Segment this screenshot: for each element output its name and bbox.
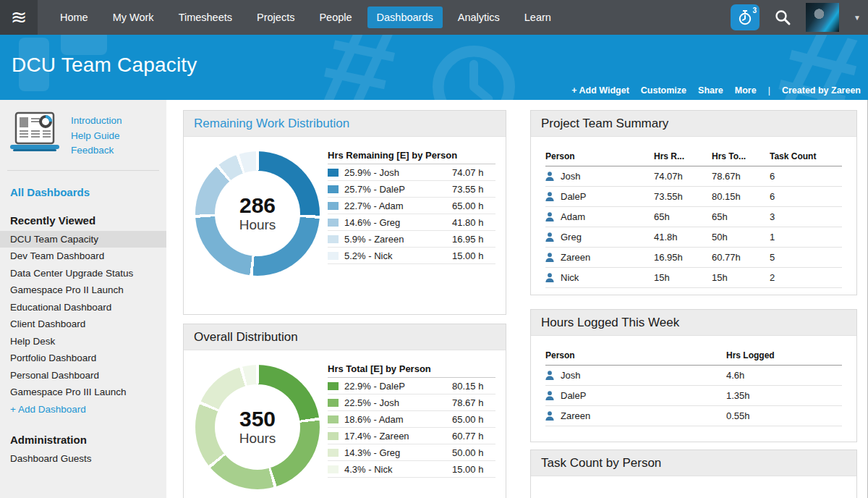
panel-title-hours-logged: Hours Logged This Week xyxy=(531,310,856,336)
banner-actions: + Add WidgetCustomizeShareMore|Created b… xyxy=(571,85,861,96)
legend-swatch-icon xyxy=(328,415,339,423)
administration-list: Dashboard Guests xyxy=(0,450,166,468)
person-name: Josh xyxy=(545,370,726,381)
banner-action-customize[interactable]: Customize xyxy=(641,85,686,96)
recently-viewed-heading: Recently Viewed xyxy=(0,198,166,231)
panel-title-task-count: Task Count by Person xyxy=(531,450,856,476)
nav-item-learn[interactable]: Learn xyxy=(515,7,561,28)
task-count: 6 xyxy=(770,187,842,207)
sidebar-item-help-desk[interactable]: Help Desk xyxy=(0,333,166,350)
person-name: Adam xyxy=(545,211,654,222)
task-count: 5 xyxy=(770,248,842,268)
donut-center-label: 350 Hours xyxy=(215,384,300,470)
user-avatar[interactable] xyxy=(806,3,839,32)
hrs-total: 80.15h xyxy=(712,187,770,207)
person-name: Zareen xyxy=(545,410,726,421)
sidebar-item-educational-dashboard[interactable]: Educational Dashboard xyxy=(0,299,166,316)
legend-row-josh: 25.9% - Josh74.07 h xyxy=(328,164,495,181)
sidebar-item-portfolio-dashboard[interactable]: Portfolio Dashboard xyxy=(0,350,166,367)
panel-overall-distribution: Overall Distribution 350 Hours Hrs Total… xyxy=(183,324,506,498)
person-icon xyxy=(545,192,554,201)
sidebar-item-dev-team-dashboard[interactable]: Dev Team Dashboard xyxy=(0,248,166,265)
table-row-adam: Adam65h65h3 xyxy=(545,207,842,227)
remaining-donut-chart: 286 Hours xyxy=(195,151,320,276)
nav-item-timesheets[interactable]: Timesheets xyxy=(169,7,242,28)
sidebar-item-client-dashboard[interactable]: Client Dashboard xyxy=(0,316,166,333)
hrs-remaining: 15h xyxy=(654,268,712,288)
timer-icon[interactable]: 3 xyxy=(731,4,760,30)
nav-item-analytics[interactable]: Analytics xyxy=(448,7,509,28)
legend-swatch-icon xyxy=(328,399,339,407)
sidebar: IntroductionHelp GuideFeedback All Dashb… xyxy=(0,100,166,498)
banner-action-more[interactable]: More xyxy=(735,85,757,96)
sidebar-item-gamespace-pro-iii-launch[interactable]: Gamespace Pro III Launch xyxy=(0,384,166,401)
person-icon xyxy=(545,172,554,181)
decor-clock-icon xyxy=(401,43,546,100)
legend-swatch-icon xyxy=(328,202,339,210)
column-header-task-count[interactable]: Task Count xyxy=(770,145,842,166)
table-row-josh: Josh4.6h xyxy=(545,366,842,386)
account-menu-caret-icon[interactable]: ▼ xyxy=(854,14,861,22)
legend-title: Hrs Remaining [E] by Person xyxy=(328,150,495,164)
legend-row-greg: 14.6% - Greg41.80 h xyxy=(328,214,495,231)
sidebar-item-add-dashboard[interactable]: + Add Dashboard xyxy=(0,401,166,418)
person-name: DaleP xyxy=(545,191,654,202)
table-row-nick: Nick15h15h2 xyxy=(545,268,842,288)
help-link-introduction[interactable]: Introduction xyxy=(71,114,122,129)
column-header-hrs-to[interactable]: Hrs To... xyxy=(712,145,770,166)
sidebar-item-data-center-upgrade-status[interactable]: Data Center Upgrade Status xyxy=(0,265,166,282)
panel-title-remaining-work[interactable]: Remaining Work Distribution xyxy=(184,111,506,137)
sidebar-item-dashboard-guests[interactable]: Dashboard Guests xyxy=(0,450,166,468)
separator: | xyxy=(768,85,770,96)
person-name: Greg xyxy=(545,232,654,242)
banner-action-add-widget[interactable]: + Add Widget xyxy=(571,85,629,96)
legend-swatch-icon xyxy=(328,432,339,440)
hrs-remaining: 73.55h xyxy=(654,187,712,207)
recently-viewed-list: DCU Team CapacityDev Team DashboardData … xyxy=(0,231,166,401)
table-row-josh: Josh74.07h78.67h6 xyxy=(545,166,842,187)
panel-remaining-work: Remaining Work Distribution 286 Hours Hr… xyxy=(183,110,506,315)
legend-swatch-icon xyxy=(328,219,339,227)
hrs-total: 78.67h xyxy=(712,166,770,187)
decor-hash-icon: # xyxy=(312,35,408,100)
panel-title-overall-distribution: Overall Distribution xyxy=(184,324,506,350)
app-logo-icon[interactable]: ≋ xyxy=(0,0,38,35)
hrs-logged: 0.55h xyxy=(726,406,842,426)
sidebar-item-dcu-team-capacity[interactable]: DCU Team Capacity xyxy=(0,231,166,248)
hrs-logged: 1.35h xyxy=(726,386,842,406)
nav-item-my-work[interactable]: My Work xyxy=(103,7,163,28)
banner-action-share[interactable]: Share xyxy=(698,85,723,96)
page-title: DCU Team Capacity xyxy=(12,54,197,77)
help-link-help-guide[interactable]: Help Guide xyxy=(71,129,122,144)
nav-item-home[interactable]: Home xyxy=(51,7,98,28)
column-header-person[interactable]: Person xyxy=(545,145,654,166)
nav-item-people[interactable]: People xyxy=(310,7,361,28)
donut-total-hours: 350 xyxy=(239,408,276,431)
notification-badge: 3 xyxy=(753,7,757,14)
sidebar-item-personal-dashboard[interactable]: Personal Dashboard xyxy=(0,367,166,384)
person-name: Zareen xyxy=(545,252,654,263)
nav-item-projects[interactable]: Projects xyxy=(247,7,304,28)
donut-center-label: 286 Hours xyxy=(215,171,300,256)
column-header-hrs-logged[interactable]: Hrs Logged xyxy=(726,345,842,366)
legend-swatch-icon xyxy=(328,185,339,193)
legend-row-nick: 5.2% - Nick15.00 h xyxy=(328,248,495,264)
task-count: 3 xyxy=(770,207,842,227)
help-link-feedback[interactable]: Feedback xyxy=(71,143,122,159)
help-links: IntroductionHelp GuideFeedback xyxy=(71,111,122,159)
content-area: IntroductionHelp GuideFeedback All Dashb… xyxy=(0,100,868,498)
top-navigation: ≋ HomeMy WorkTimesheetsProjectsPeopleDas… xyxy=(0,0,868,35)
legend-row-zareen: 5.9% - Zareen16.95 h xyxy=(328,231,495,248)
column-header-hrs-r[interactable]: Hrs R... xyxy=(654,145,712,166)
legend-swatch-icon xyxy=(328,235,339,243)
sidebar-item-all-dashboards[interactable]: All Dashboards xyxy=(0,171,166,198)
hrs-logged: 4.6h xyxy=(726,366,842,386)
hrs-remaining: 74.07h xyxy=(654,166,712,187)
column-header-person[interactable]: Person xyxy=(545,345,726,366)
sidebar-item-gamespace-pro-ii-launch[interactable]: Gamespace Pro II Launch xyxy=(0,282,166,299)
administration-heading: Administration xyxy=(0,418,166,450)
hrs-total: 65h xyxy=(712,207,770,227)
search-icon[interactable] xyxy=(774,9,791,26)
task-count: 1 xyxy=(770,227,842,248)
nav-item-dashboards[interactable]: Dashboards xyxy=(367,7,443,28)
